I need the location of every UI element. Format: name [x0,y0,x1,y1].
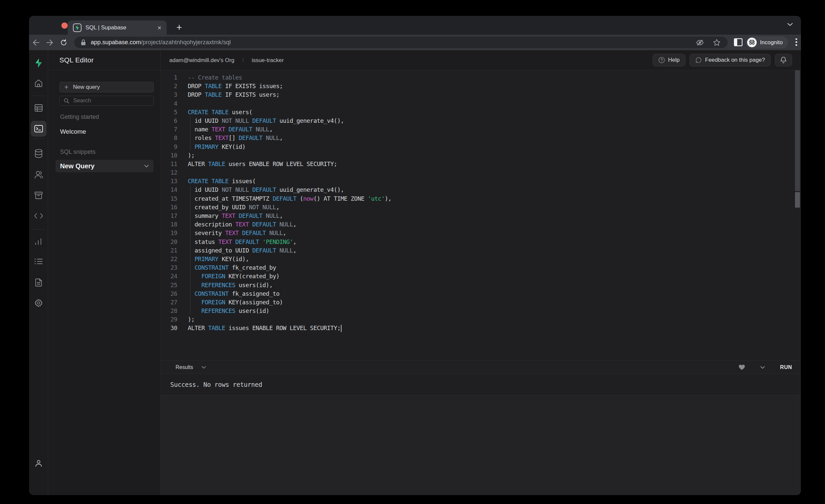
notifications-button[interactable] [775,54,792,66]
incognito-badge[interactable]: Incognito [746,36,788,49]
editor-scrollbar[interactable] [795,70,800,191]
code-line[interactable]: 19 severity TEXT DEFAULT NULL, [161,229,801,237]
line-number: 21 [161,246,177,255]
sql-code-editor[interactable]: 1-- Create tables2DROP TABLE IF EXISTS i… [161,70,801,360]
code-line[interactable]: 18 description TEXT DEFAULT NULL, [161,220,801,229]
code-line[interactable]: 23 CONSTRAINT fk_created_by [161,264,801,272]
nav-rail [29,50,48,495]
tab-search-chevron-icon[interactable] [787,22,793,26]
kebab-menu-icon[interactable]: ••• [794,38,799,47]
code-line[interactable]: 30ALTER TABLE issues ENABLE ROW LEVEL SE… [161,324,801,332]
sidebar-item-welcome[interactable]: Welcome [60,128,86,135]
code-line[interactable]: 3DROP TABLE IF EXISTS users; [161,90,801,99]
code-line[interactable]: 11ALTER TABLE users ENABLE ROW LEVEL SEC… [161,160,801,168]
auth-users-icon[interactable] [29,167,48,183]
breadcrumb-project[interactable]: issue-tracker [252,57,284,64]
storage-icon[interactable] [29,188,48,203]
docs-icon[interactable] [29,275,48,290]
star-icon[interactable] [713,39,721,46]
tab-strip: SQL | Supabase × + [29,16,801,34]
url-path: /project/azahtnhqohyjerzaxtmk/sql [141,39,231,46]
code-line[interactable]: 25 REFERENCES users(id), [161,281,801,289]
close-window-button[interactable] [61,22,68,29]
code-line[interactable]: 8 roles TEXT[] DEFAULT NULL, [161,134,801,142]
results-tab[interactable]: Results [175,360,206,374]
home-icon[interactable] [29,75,48,91]
line-number: 9 [161,143,177,151]
sql-editor-icon[interactable] [29,121,48,137]
account-icon[interactable] [29,455,48,471]
incognito-icon [747,38,757,47]
new-query-button[interactable]: + New query [59,82,154,92]
browser-toolbar: app.supabase.com/project/azahtnhqohyjerz… [29,34,801,50]
code-line[interactable]: 26 CONSTRAINT fk_assigned_to [161,289,801,298]
sql-editor-sidebar: SQL Editor + New query Search Getting st… [48,50,161,495]
new-tab-button[interactable]: + [173,22,185,33]
browser-tab[interactable]: SQL | Supabase × [68,20,167,34]
lock-icon[interactable] [81,39,86,46]
url-text[interactable]: app.supabase.com/project/azahtnhqohyjerz… [91,39,231,46]
code-line[interactable]: 20 status TEXT DEFAULT 'PENDING', [161,238,801,246]
supabase-logo[interactable] [29,55,48,71]
page-title: SQL Editor [59,56,94,64]
line-number: 1 [161,73,177,82]
code-line[interactable]: 16 created_by UUID NOT NULL, [161,203,801,212]
code-line[interactable]: 6 id UUID NOT NULL DEFAULT uuid_generate… [161,117,801,125]
help-button-label: Help [668,57,680,63]
code-line[interactable]: 12 [161,168,801,177]
code-line[interactable]: 10); [161,151,801,160]
feedback-button-label: Feedback on this page? [705,57,765,63]
favorite-heart-icon[interactable] [739,364,745,370]
logs-icon[interactable] [29,254,48,269]
code-line[interactable]: 28 REFERENCES users(id) [161,307,801,315]
line-number: 19 [161,229,177,237]
line-number: 25 [161,281,177,289]
code-line[interactable]: 5CREATE TABLE users( [161,108,801,117]
line-number: 20 [161,238,177,246]
forward-icon[interactable] [44,37,56,48]
sidebar-item-new-query[interactable]: New Query [56,160,153,172]
help-button[interactable]: Help [653,54,685,66]
back-icon[interactable] [30,37,42,48]
side-panel-icon[interactable] [734,38,743,46]
code-line[interactable]: 13CREATE TABLE issues( [161,177,801,186]
code-line[interactable]: 22 PRIMARY KEY(id), [161,255,801,264]
sidebar-item-label: New Query [60,162,94,170]
eye-off-icon[interactable] [696,39,704,46]
reload-icon[interactable] [58,37,69,48]
code-line[interactable]: 4 [161,99,801,108]
breadcrumb-org[interactable]: adam@windmill.dev's Org [169,57,234,64]
url-bar[interactable]: app.supabase.com/project/azahtnhqohyjerz… [74,37,728,48]
settings-icon[interactable] [29,295,48,311]
code-line[interactable]: 14 id UUID NOT NULL DEFAULT uuid_generat… [161,186,801,194]
section-label-sql-snippets: SQL snippets [60,149,95,155]
code-line[interactable]: 24 FOREIGN KEY(created_by) [161,272,801,281]
run-options-chevron-icon[interactable] [760,366,765,369]
line-number: 18 [161,220,177,229]
code-line[interactable]: 15 created_at TIMESTAMPTZ DEFAULT (now()… [161,195,801,203]
line-number: 7 [161,125,177,134]
code-line[interactable]: 7 name TEXT DEFAULT NULL, [161,125,801,134]
line-number: 5 [161,108,177,117]
browser-window: SQL | Supabase × + app.supabase.com/proj… [29,16,801,495]
reports-icon[interactable] [29,233,48,249]
line-number: 6 [161,117,177,125]
main-area: adam@windmill.dev's Org / issue-tracker … [161,50,801,495]
api-code-icon[interactable] [29,208,48,224]
table-editor-icon[interactable] [29,100,48,116]
code-line[interactable]: 2DROP TABLE IF EXISTS issues; [161,82,801,90]
line-number: 26 [161,289,177,298]
chevron-down-icon[interactable] [144,165,149,168]
code-line[interactable]: 27 FOREIGN KEY(assigned_to) [161,298,801,307]
editor-scrollbar-thumb[interactable] [795,192,800,208]
feedback-button[interactable]: Feedback on this page? [690,54,770,66]
close-tab-icon[interactable]: × [157,24,161,31]
run-button[interactable]: RUN [780,364,792,370]
database-icon[interactable] [29,146,48,161]
code-line[interactable]: 9 PRIMARY KEY(id) [161,143,801,151]
search-input[interactable]: Search [59,96,154,105]
code-line[interactable]: 17 summary TEXT DEFAULT NULL, [161,212,801,220]
code-line[interactable]: 29); [161,315,801,324]
code-line[interactable]: 1-- Create tables [161,73,801,82]
code-line[interactable]: 21 assigned_to UUID DEFAULT NULL, [161,246,801,255]
